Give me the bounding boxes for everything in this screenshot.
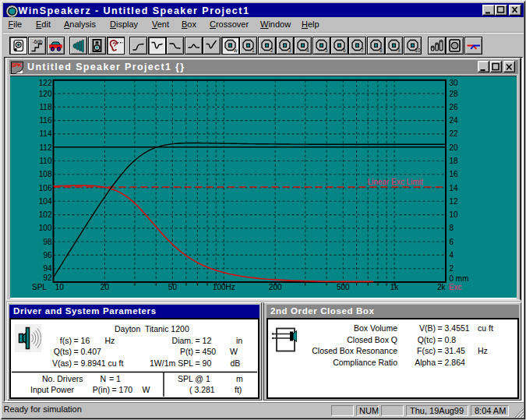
svg-text:14: 14 (450, 184, 459, 192)
svg-text:10: 10 (450, 210, 459, 219)
svg-text:28: 28 (450, 90, 459, 98)
svg-text:30: 30 (450, 79, 459, 87)
svg-text:2: 2 (270, 48, 274, 53)
svg-text:1k: 1k (390, 283, 400, 291)
svg-text:96: 96 (43, 251, 52, 259)
svg-text:98: 98 (43, 238, 52, 246)
svg-text:24: 24 (450, 116, 459, 125)
svg-text:Linear Exc Limit: Linear Exc Limit (367, 178, 422, 186)
svg-text:3: 3 (288, 48, 291, 53)
svg-text:94: 94 (43, 264, 52, 273)
svg-text:10: 10 (415, 48, 421, 53)
svg-text:-6db: -6db (33, 38, 43, 44)
svg-text:102: 102 (39, 210, 52, 219)
svg-text:108: 108 (39, 170, 52, 178)
svg-text:12: 12 (450, 197, 459, 206)
svg-text:110: 110 (40, 157, 52, 165)
svg-text:104: 104 (39, 197, 52, 206)
svg-text:4: 4 (450, 251, 454, 259)
svg-text:100Hz: 100Hz (213, 283, 235, 291)
svg-text:w: w (233, 48, 238, 53)
svg-text:116: 116 (40, 116, 52, 125)
svg-text:Exc: Exc (449, 283, 462, 291)
svg-text:6: 6 (343, 48, 346, 53)
svg-text:SPK: SPK (12, 62, 22, 67)
svg-text:16: 16 (450, 170, 459, 178)
svg-text:22: 22 (450, 129, 459, 138)
svg-text:114: 114 (40, 129, 52, 138)
svg-text:9: 9 (397, 48, 401, 53)
svg-text:6: 6 (450, 238, 454, 246)
svg-text:1: 1 (252, 48, 255, 53)
svg-text:200: 200 (269, 283, 282, 291)
svg-text:10: 10 (55, 283, 65, 291)
svg-text:118: 118 (40, 103, 52, 111)
svg-text:122: 122 (39, 79, 52, 87)
svg-text:4: 4 (306, 48, 309, 53)
svg-text:92: 92 (43, 274, 52, 282)
svg-text:0 mm: 0 mm (450, 274, 469, 283)
svg-text:120: 120 (39, 90, 52, 98)
svg-text:SPL: SPL (32, 283, 47, 291)
svg-text:2: 2 (450, 264, 454, 273)
svg-text:5: 5 (325, 48, 328, 53)
svg-text:500: 500 (337, 283, 350, 291)
svg-text:8: 8 (450, 224, 454, 232)
svg-text:50: 50 (168, 283, 178, 291)
svg-text:20: 20 (450, 143, 459, 152)
svg-text:26: 26 (450, 103, 459, 111)
svg-text:100: 100 (39, 224, 52, 232)
svg-text:112: 112 (40, 143, 52, 152)
svg-text:20: 20 (101, 283, 110, 291)
svg-text:2k: 2k (437, 283, 447, 291)
svg-text:106: 106 (39, 184, 52, 192)
svg-text:8: 8 (379, 48, 383, 53)
svg-text:7: 7 (361, 48, 364, 53)
svg-text:18: 18 (450, 157, 459, 165)
